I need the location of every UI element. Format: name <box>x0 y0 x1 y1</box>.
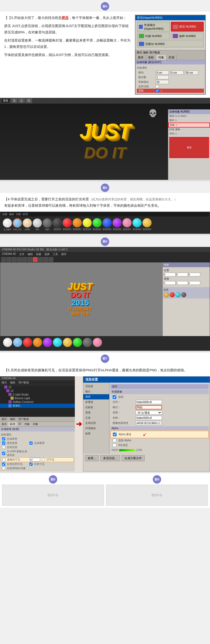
rs-menu-options[interactable]: 选项 <box>83 410 109 415</box>
mat-item-mat5[interactable]: 材质球5 <box>102 218 112 231</box>
s7-tab-edit[interactable]: 编辑 <box>8 380 17 385</box>
c4d-mat-ball-lb[interactable] <box>13 338 22 347</box>
s7-tree-item-root1[interactable]: 13 <box>0 385 75 389</box>
c4d-mat-item-2[interactable] <box>13 338 22 347</box>
mat-ball-mat2[interactable] <box>72 218 82 227</box>
c4d-mat-ball-3[interactable] <box>175 292 181 297</box>
mat-item-right[interactable]: right <box>43 218 52 231</box>
rs-btn-composite[interactable]: 合成方案文件 <box>122 455 145 461</box>
mat-item-mat9[interactable]: 材质球9 <box>142 218 152 231</box>
mat-item-glight[interactable]: g_light <box>3 218 12 231</box>
c4d-menu-edit[interactable]: 编辑 <box>26 252 34 257</box>
c4d-menu-select[interactable]: 选择 <box>43 252 51 257</box>
mat-ball-mat6[interactable] <box>112 218 122 227</box>
c4d-menu-plugin[interactable]: 插件 <box>60 252 68 257</box>
s7-ptab-mode[interactable]: 模式 <box>0 417 8 422</box>
c4d-mat-item-4[interactable] <box>33 338 42 347</box>
c4d-rp-pos-x[interactable] <box>164 273 176 276</box>
rs-input-colorprofile[interactable] <box>136 421 162 425</box>
mat-menu-edit[interactable]: 编辑 <box>9 212 14 216</box>
c4d-mat-ball-w[interactable] <box>3 338 12 347</box>
rs-menu-output[interactable]: 输出 <box>83 389 109 394</box>
mat-item-mat6[interactable]: 材质球6 <box>112 218 122 231</box>
s7-ptab-user[interactable]: 用户数据 <box>17 417 30 422</box>
mat-ball-outma[interactable] <box>13 218 22 228</box>
mat-ball-mat9[interactable] <box>142 218 152 227</box>
mat-ball-mat7[interactable] <box>122 218 132 227</box>
obj-input-subdiv[interactable] <box>156 75 169 79</box>
s7-tree-item-2lightstudio[interactable]: 2 Light Studio <box>0 393 75 396</box>
mat-menu-create[interactable]: 创建 <box>2 212 7 216</box>
mat-ball-mat3[interactable] <box>82 218 92 227</box>
rs-menu-gi[interactable]: 全局光照 <box>83 420 109 426</box>
s7-check-matte[interactable] <box>2 467 5 470</box>
c4d-mat-item-8[interactable] <box>73 338 82 347</box>
c4d-mat-item-10[interactable] <box>93 338 102 347</box>
rs-menu-renderer[interactable]: 渲染器 <box>83 384 109 389</box>
obj-tab-coord[interactable]: 坐标 <box>146 55 156 60</box>
c4d-mat-ball-gn[interactable] <box>73 338 82 347</box>
vp-tab-front[interactable]: 前 <box>26 98 32 103</box>
obj-tab-object[interactable]: 对象 <box>156 55 166 60</box>
rs-btn-effects[interactable]: 效果... <box>85 455 99 461</box>
mat-ball-mat8[interactable] <box>132 218 142 227</box>
s7-ptab-edit[interactable]: 编辑 <box>8 417 17 422</box>
nurbs-btn-sweep[interactable]: 扫描 NURBS <box>137 33 170 39</box>
vp-tab-right[interactable]: 右 <box>18 98 25 103</box>
s7-tab-mode[interactable]: 模式 <box>0 380 8 385</box>
c4d-menu-cinema4d[interactable]: CINEMA 4D <box>0 252 18 257</box>
mat-ball-mat0[interactable] <box>52 218 62 227</box>
rs-check-alpha[interactable] <box>113 433 117 436</box>
c4d-mat-item-1[interactable] <box>3 338 12 347</box>
s7-check-composit[interactable] <box>29 442 33 445</box>
obj-input-isosubdiv[interactable] <box>156 80 169 84</box>
s7-check-enable[interactable] <box>2 437 5 440</box>
rs-menu-antialias[interactable]: 抗锯齿 <box>83 405 109 410</box>
mat-item-mat3[interactable]: 材质球3 <box>82 218 92 231</box>
s7-stab-standard[interactable]: 标准 <box>8 422 17 427</box>
s7-stab-basic[interactable]: 基本 <box>0 422 8 427</box>
s7-check-hdr[interactable] <box>2 452 5 455</box>
c4d-icon-7[interactable] <box>33 257 38 262</box>
obj-input-move-y[interactable] <box>170 70 183 75</box>
rs-input-name[interactable] <box>136 416 162 420</box>
s7-stab-gi[interactable]: GI <box>17 422 23 427</box>
c4d-mat-item-3[interactable] <box>23 338 32 347</box>
c4d-menu-create[interactable]: 创建 <box>34 252 43 257</box>
mat-item-mat4[interactable]: 材质球4 <box>92 218 102 231</box>
s7-tree-item-bouncelight[interactable]: Bounce Light <box>0 396 75 400</box>
mat-item-mat0[interactable]: 材质球 <box>52 218 62 231</box>
mat-ball-mat1[interactable] <box>62 218 72 227</box>
s7-check-gi[interactable] <box>2 446 5 449</box>
rs-menu-effects[interactable]: 效果 <box>83 431 109 436</box>
mat-item-mat7[interactable]: 材质球7 <box>122 218 132 231</box>
rs-check-8bit[interactable] <box>113 443 116 447</box>
mat-ball-mat4[interactable] <box>92 218 102 227</box>
mat-item-mat1[interactable]: 材质球1 <box>62 218 72 231</box>
s7-input-camera-visible[interactable] <box>30 458 40 462</box>
c4d-rp-pos-y[interactable] <box>176 273 188 276</box>
rs-menu-stereo[interactable]: 立体 <box>83 415 109 420</box>
c4d-mat-ball-p[interactable] <box>43 338 52 347</box>
obj-tab-mode[interactable]: 模式 <box>137 51 142 54</box>
s7-check-refract-visible[interactable] <box>29 463 33 466</box>
c4d-icon-3[interactable] <box>12 257 17 262</box>
c4d-menu-tools[interactable]: 工具 <box>51 252 60 257</box>
s7-check-strong[interactable] <box>2 442 5 445</box>
mat-menu-func[interactable]: 功能 <box>16 212 21 216</box>
c4d-mat-ball-2[interactable] <box>170 292 175 297</box>
obj-tab-cap[interactable]: 封顶 <box>166 55 177 60</box>
nurbs-btn-extrude[interactable]: 挤压 NURBS <box>171 22 204 32</box>
c4d-mat-item-7[interactable] <box>63 338 72 347</box>
mat-ball-walls[interactable] <box>23 218 32 228</box>
rs-select-depth[interactable]: 16 位/通道 <box>136 410 162 415</box>
c4d-rp-scale-z[interactable] <box>188 281 200 285</box>
mat-item-walls[interactable]: walls <box>23 218 32 231</box>
c4d-icon-1[interactable] <box>1 257 6 262</box>
c4d-icon-8[interactable] <box>38 257 43 262</box>
obj-tab-edit[interactable]: 编辑 <box>143 51 148 54</box>
c4d-mat-ball-pk[interactable] <box>93 338 102 347</box>
rs-check-straight-alpha[interactable] <box>113 439 116 442</box>
s7-stab-obj2[interactable]: 对象 <box>31 422 40 427</box>
mat-ball-left[interactable] <box>33 218 42 228</box>
